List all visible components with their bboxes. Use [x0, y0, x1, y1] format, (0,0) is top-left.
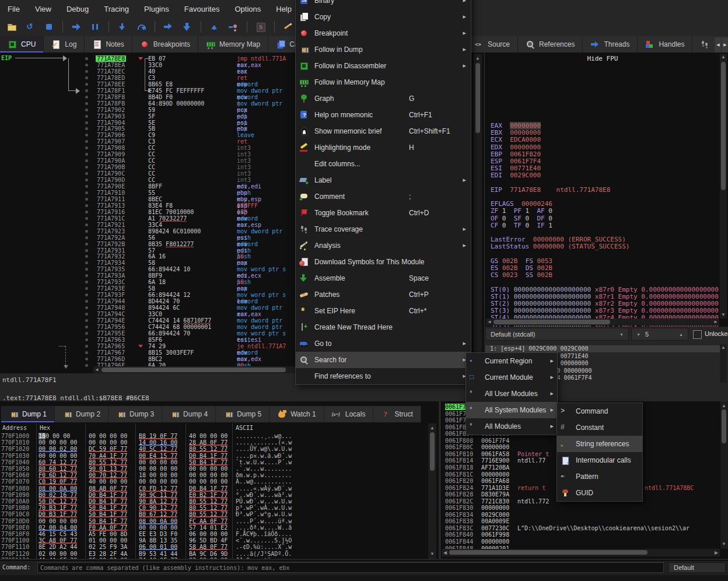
stack-row[interactable]: 0061F8400061F998 [442, 531, 728, 538]
breakpoint-dot[interactable] [85, 281, 88, 284]
menu-item-find-references-to[interactable]: Find references to▶ [296, 368, 471, 384]
tab-struct[interactable]: Struct [373, 406, 421, 422]
exec-return-button[interactable] [206, 19, 223, 34]
menu-item-show-mnemonic-brief[interactable]: Show mnemonic briefCtrl+Shift+F1 [296, 123, 471, 139]
stack-row[interactable]: 0061F83800A0009E [442, 518, 728, 524]
breakpoint-dot[interactable] [85, 364, 88, 367]
breakpoint-dot[interactable] [85, 255, 88, 258]
hex-row[interactable]: 770F101000 00 00 0000 00 00 0014 00 16 0… [0, 439, 439, 446]
arguments-vscrollbar[interactable]: ▲ [720, 344, 727, 383]
breakpoint-dot[interactable] [85, 64, 88, 66]
hex-row[interactable]: 770F11304A 4A 6F 3806 00 02 0074 A8 0F 7… [0, 557, 439, 559]
hex-row[interactable]: 770F1070C0 19 0F 7740 00 00 0000 00 00 0… [0, 478, 439, 485]
tab-watch-1[interactable]: Watch 1 [270, 406, 324, 422]
menu-item-all-system-modules[interactable]: All System Modules▶ [466, 402, 557, 418]
hex-row[interactable]: 770F11003C A8 0F 7701 00 00 009A 8B 13 3… [0, 537, 439, 544]
hex-row[interactable]: 770F102000 00 02 00DC 59 0F 7740 5C 12 7… [0, 446, 439, 452]
menu-item-patches[interactable]: PatchesCtrl+P [296, 286, 471, 303]
calling-convention-select[interactable]: Default (stdcall) ▼ [485, 328, 629, 341]
tab-memory-map[interactable]: Memory Map [198, 36, 268, 52]
pause-button[interactable] [87, 19, 103, 34]
breakpoint-dot[interactable] [85, 89, 88, 92]
register-line[interactable]: EBX 00000000 [491, 130, 541, 136]
stack-row[interactable]: 0061F84400000000 [442, 538, 728, 545]
tab-dump-5[interactable]: Dump 5 [216, 406, 270, 422]
breakpoint-dot[interactable] [85, 306, 88, 309]
breakpoint-dot[interactable] [85, 332, 88, 335]
breakpoint-dot[interactable] [85, 236, 88, 239]
register-line[interactable]: ESI 00771E40 [491, 165, 541, 172]
breakpoint-dot[interactable] [85, 268, 88, 271]
breakpoint-dot[interactable] [85, 70, 88, 73]
trace-into-button[interactable] [160, 19, 177, 34]
menu-item-constant[interactable]: Constant [557, 419, 642, 436]
register-line[interactable]: ESP 0061F7F4 [491, 158, 541, 165]
menu-item-set-eip-here[interactable]: Set EIP HereCtrl+* [296, 303, 471, 319]
breakpoint-dot[interactable] [85, 358, 88, 360]
menu-debug[interactable]: Debug [59, 0, 96, 18]
stack-hscrollbar[interactable]: ◀ ▶ [442, 549, 720, 556]
menu-item-help-on-mnemonic[interactable]: Help on mnemonicCtrl+F1 [296, 107, 471, 123]
menu-item-toggle-bookmark[interactable]: Toggle BookmarkCtrl+D [296, 205, 471, 221]
hex-row[interactable]: 770F105080 60 12 7790 01 13 7700 00 00 0… [0, 466, 439, 472]
breakpoint-dot[interactable] [85, 178, 88, 181]
menu-item-breakpoint[interactable]: Breakpoint▶ [296, 25, 471, 41]
breakpoint-dot[interactable] [85, 127, 88, 130]
hex-row[interactable]: 770F10D000 00 00 0050 B4 1F 7708 00 0A 0… [0, 518, 439, 524]
register-line[interactable]: CF 0 TF 0 IF 1 [491, 222, 552, 229]
hex-row[interactable]: 770F10E002 00 04 00F0 AA 0F 7700 00 00 0… [0, 524, 439, 531]
register-line[interactable]: CS 0023 SS 002B [491, 272, 552, 279]
hex-row[interactable]: 770F1090B0 02 16 77D0 B4 1F 7790 9C 11 7… [0, 492, 439, 498]
run-user-button[interactable] [225, 19, 242, 34]
breakpoint-dot[interactable] [85, 96, 88, 99]
menu-item-assemble[interactable]: AssembleSpace [296, 270, 471, 286]
stack-row[interactable]: 0061F8340029C000 [442, 512, 728, 518]
hex-row[interactable]: 770F10A050 DC 12 77D0 B4 1F 7790 8A 12 7… [0, 498, 439, 505]
hex-row[interactable]: 770F104060 74 12 7780 55 12 7700 00 00 0… [0, 459, 439, 466]
menu-item-current-module[interactable]: Current Module▶ [466, 369, 557, 386]
breakpoint-dot[interactable] [85, 243, 88, 246]
menu-plugins[interactable]: Plugins [136, 0, 177, 18]
breakpoint-dot[interactable] [85, 134, 88, 136]
menu-item-follow-in-disassembler[interactable]: Follow in Disassembler▶ [296, 58, 471, 74]
breakpoint-dot[interactable] [85, 204, 88, 207]
stack-row[interactable]: 0061F83000000000 [442, 505, 728, 511]
menu-file[interactable]: File [0, 0, 27, 18]
breakpoint-dot[interactable] [85, 153, 88, 156]
register-line[interactable]: EBP 0061F820 [491, 151, 541, 158]
registers-hscrollbar[interactable]: ◀ ▶ [486, 318, 719, 326]
breakpoint-dot[interactable] [85, 293, 88, 296]
unlocked-checkbox[interactable] [693, 330, 702, 339]
menu-item-comment[interactable]: Comment; [296, 188, 471, 205]
breakpoint-dot[interactable] [85, 326, 88, 328]
stack-vscrollbar[interactable]: ▲ ▼ [720, 401, 728, 549]
menu-item-intermodular-calls[interactable]: Intermodular calls [557, 452, 642, 468]
menu-item-go-to[interactable]: Go to▶ [296, 335, 471, 352]
breakpoint-dot[interactable] [85, 102, 88, 105]
breakpoint-dot[interactable] [85, 217, 88, 220]
breakpoint-dot[interactable] [85, 319, 88, 322]
menu-options[interactable]: Options [227, 0, 268, 18]
breakpoint-dot[interactable] [85, 108, 88, 111]
breakpoint-dot[interactable] [85, 172, 88, 175]
register-line[interactable]: GS 002B FS 0053 [491, 258, 552, 265]
hex-row[interactable]: 770F108008 00 0A 0008 AB 0F 77C0 FD 12 7… [0, 485, 439, 492]
breakpoint-dot[interactable] [85, 191, 88, 194]
tab-dump-2[interactable]: Dump 2 [55, 406, 108, 422]
tab-scroll-right-button[interactable]: ▶ [721, 37, 728, 53]
tab-references[interactable]: References [518, 36, 583, 52]
register-line[interactable]: LastError 00000000 (ERROR_SUCCESS) [491, 236, 626, 243]
breakpoint-dot[interactable] [85, 351, 88, 354]
breakpoint-dot[interactable] [85, 57, 88, 60]
stop-button[interactable] [41, 19, 57, 34]
menu-item-all-user-modules[interactable]: All User Modules▶ [466, 386, 557, 402]
hex-row[interactable]: 770F100018 00 00 0000 00 00 00B8 19 0F 7… [0, 433, 439, 439]
open-file-button[interactable] [4, 19, 20, 34]
register-line[interactable]: OF 0 SF 0 DF 0 [491, 215, 552, 222]
disasm-vscrollbar[interactable]: ▲ ▼ [474, 54, 482, 366]
dump-vscrollbar[interactable]: ▲ ▼ [428, 424, 436, 559]
tab-dump-4[interactable]: Dump 4 [162, 406, 216, 422]
menu-item-all-modules[interactable]: All Modules▶ [466, 418, 557, 435]
hex-row[interactable]: 770F10B070 B3 1F 7750 B4 1F 77C0 90 12 7… [0, 505, 439, 511]
tab-threads[interactable]: Threads [583, 36, 638, 52]
